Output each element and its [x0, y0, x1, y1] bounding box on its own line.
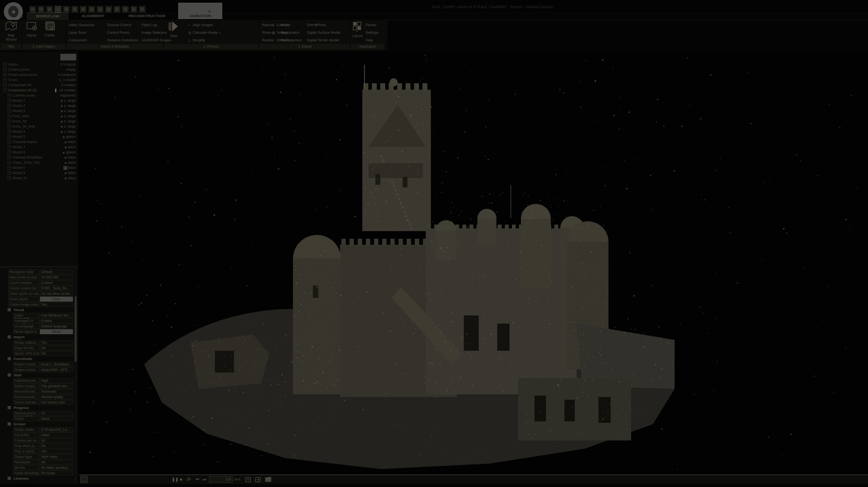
settings-scrollbar[interactable]: [74, 268, 77, 485]
quick-access-icon-4[interactable]: [55, 6, 61, 12]
tree-row-control-points[interactable]: +Control pointsempty: [0, 67, 78, 72]
tree-expander-icon[interactable]: +: [8, 135, 11, 139]
tree-expander-icon[interactable]: +: [8, 104, 11, 108]
tab-reconstruction[interactable]: RECONSTRUCTION: [120, 12, 174, 20]
setting-value[interactable]: Yes: [40, 449, 73, 454]
quick-access-icon-9[interactable]: [97, 6, 103, 12]
visibility-eye-icon[interactable]: ◉: [61, 109, 63, 112]
button-component[interactable]: Component: [68, 37, 87, 43]
setting-value[interactable]: Mp4 Video: [40, 454, 73, 459]
button-digital-terrain-model[interactable]: Digital Terrain Model: [307, 37, 339, 43]
tree-row-model-10[interactable]: +Model 10◉leton: [0, 176, 78, 181]
tree-expander-icon[interactable]: +: [3, 84, 7, 87]
button-layout[interactable]: ▾Layout: [350, 21, 364, 38]
tree-column-button[interactable]: [60, 54, 76, 60]
tree-expander-icon[interactable]: +: [8, 99, 11, 102]
tree-row-model-2[interactable]: +Model 2◉s, large: [0, 103, 78, 108]
button-ground-control[interactable]: Ground Control: [107, 22, 131, 28]
prev-frame-button[interactable]: ⏮: [195, 477, 199, 482]
setting-button-clear[interactable]: Clear: [40, 297, 73, 301]
setting-value[interactable]: Yes: [40, 340, 73, 345]
visibility-eye-icon[interactable]: ◉: [61, 104, 63, 107]
tree-expander-icon[interactable]: +: [8, 130, 11, 133]
setting-value[interactable]: The greatest one: [40, 384, 73, 389]
section-collapse-icon[interactable]: [8, 308, 11, 311]
section-collapse-icon[interactable]: [8, 374, 11, 377]
visibility-eye-icon[interactable]: ◉: [63, 151, 65, 154]
tree-expander-icon[interactable]: +: [8, 120, 11, 123]
section-collapse-icon[interactable]: [8, 357, 11, 360]
tree-expander-icon[interactable]: +: [8, 145, 11, 149]
setting-value[interactable]: Use Windows Set...: [40, 313, 73, 318]
visibility-eye-icon[interactable]: ◉: [61, 125, 63, 128]
setting-value[interactable]: Yes: [40, 302, 73, 307]
tree-row-model-6[interactable]: +Model 6◉leton: [0, 165, 78, 170]
setting-value[interactable]: Default: [40, 269, 73, 274]
tree-row-clean-simp-tex[interactable]: +Clean_Simp_TEx◉leton: [0, 160, 78, 165]
quick-access-icon-8[interactable]: [88, 6, 95, 12]
region-select-icon[interactable]: [81, 476, 88, 483]
quick-access-icon-2[interactable]: [38, 6, 44, 12]
setting-value[interactable]: Custom: [40, 280, 73, 285]
button-reports[interactable]: Reports: [262, 22, 275, 28]
setting-value[interactable]: Default language: [40, 324, 73, 329]
button-inputs[interactable]: Inputs: [23, 21, 40, 37]
setting-value[interactable]: No: [40, 444, 73, 448]
button-video[interactable]: Video: [281, 37, 290, 43]
button-video-sequence[interactable]: Video Sequence: [68, 22, 94, 28]
visibility-eye-icon[interactable]: ◉: [64, 161, 67, 164]
tree-expander-icon[interactable]: +: [8, 156, 11, 159]
button-flight-log[interactable]: Flight Log: [142, 22, 157, 28]
tree-expander-icon[interactable]: +: [8, 94, 11, 97]
section-collapse-icon[interactable]: [8, 335, 11, 338]
button-render[interactable]: Render: [262, 37, 274, 43]
button-ortho-photo[interactable]: Ortho Photo: [307, 22, 326, 28]
visibility-eye-icon[interactable]: ◉: [64, 166, 67, 169]
setting-value[interactable]: Do not clear cache: [40, 291, 73, 296]
tree-row-model-3[interactable]: +Model 3◉s, large: [0, 108, 78, 113]
tree-expander-icon[interactable]: +: [8, 125, 11, 128]
button-digital-surface-model[interactable]: Digital Surface Model: [307, 30, 341, 36]
tree-row-component-19-2-[interactable]: −Component 19 (2)16 models: [0, 88, 78, 93]
button-distance-definitions[interactable]: Distance Definitions: [107, 37, 138, 43]
button-control-points[interactable]: Control Points: [107, 30, 129, 36]
setting-value[interactable]: 4K: [40, 460, 73, 465]
button-laser-scan[interactable]: Laser Scan: [68, 30, 87, 36]
quick-access-icon-11[interactable]: [114, 6, 120, 12]
tree-expander-icon[interactable]: +: [3, 63, 7, 66]
tree-row-small-components[interactable]: +Small components5 compone: [0, 72, 78, 77]
visibility-eye-icon[interactable]: ◉: [64, 140, 67, 143]
setting-value[interactable]: Automatic: [40, 389, 73, 394]
setting-value[interactable]: Enable: [40, 318, 73, 323]
tree-row-model-4[interactable]: +Model 4◉s, large: [0, 129, 78, 134]
visibility-eye-icon[interactable]: ◉: [61, 99, 63, 102]
time-input[interactable]: 2.4: [209, 476, 232, 483]
button-image-selection[interactable]: Image Selection: [142, 30, 167, 36]
tree-expander-icon[interactable]: −: [3, 89, 7, 92]
section-collapse-icon[interactable]: [8, 406, 11, 409]
tree-row-model-9[interactable]: +Model 9◉leton: [0, 170, 78, 176]
tree-row-fasil-main[interactable]: +Fasil_Main◉s, large: [0, 113, 78, 119]
setting-value[interactable]: 30: [40, 438, 73, 443]
tree-expander-icon[interactable]: +: [8, 151, 11, 154]
button-map-wizard[interactable]: Map Wizard: [2, 21, 20, 41]
tab-workflow[interactable]: WORKFLOW: [27, 12, 68, 20]
visibility-eye-icon[interactable]: ◉: [61, 120, 63, 123]
visibility-eye-icon[interactable]: ◉: [61, 130, 63, 133]
quick-access-icon-7[interactable]: [80, 6, 87, 12]
button-share[interactable]: Share: [262, 30, 272, 36]
stop-button[interactable]: ■: [180, 477, 182, 482]
tree-expander-icon[interactable]: +: [3, 73, 7, 77]
button-simplify[interactable]: △Simplify: [188, 37, 205, 43]
tree-expander-icon[interactable]: +: [8, 161, 11, 164]
setting-value[interactable]: High: [40, 378, 73, 383]
quick-access-icon-5[interactable]: [63, 6, 70, 12]
tree-expander-icon[interactable]: +: [8, 171, 11, 175]
tree-row-component-38[interactable]: +Component 38, 0 models: [0, 83, 78, 88]
tree-expander-icon[interactable]: +: [8, 140, 11, 144]
setting-button-reset[interactable]: Reset: [40, 329, 73, 334]
settings-scrollbar-thumb[interactable]: [74, 296, 77, 362]
setting-value[interactable]: None: [40, 416, 73, 421]
setting-value[interactable]: video: [40, 433, 73, 437]
panel-splitter[interactable]: [0, 266, 78, 268]
